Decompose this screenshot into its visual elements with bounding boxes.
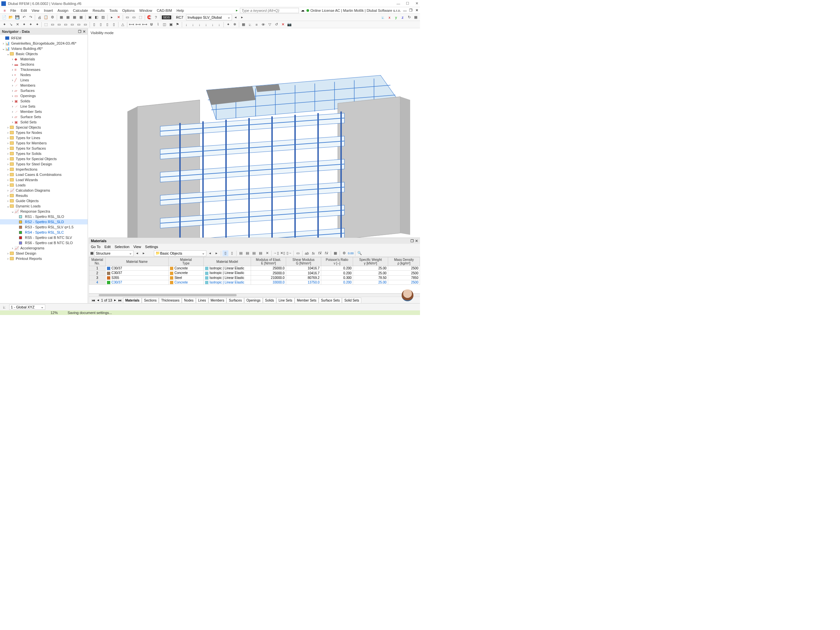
seis-badge[interactable]: SEIS xyxy=(162,16,171,19)
tree-loads[interactable]: ›Loads xyxy=(0,182,88,188)
t2-box-icon[interactable]: ◫ xyxy=(161,22,167,28)
shade-icon[interactable]: ◧ xyxy=(93,14,99,21)
panel-float-icon[interactable]: ❐ xyxy=(78,30,81,34)
tab-openings[interactable]: Openings xyxy=(244,298,263,303)
logo-icon[interactable]: ≡ xyxy=(1,8,8,13)
tab-solids[interactable]: Solids xyxy=(263,298,276,303)
t2-snow-icon[interactable]: ❄ xyxy=(232,22,238,28)
tree-volano-building-rf6-[interactable]: ⌄📊Volano Building.rf6* xyxy=(0,46,88,51)
t2-dim-icon[interactable]: ⟷ xyxy=(129,22,134,28)
panel-menu-settings[interactable]: Settings xyxy=(145,245,158,249)
tree-steel-design[interactable]: ›Steel Design xyxy=(0,251,88,256)
t2-load1-icon[interactable]: ↓ xyxy=(183,22,189,28)
next2-icon[interactable]: ▸ xyxy=(214,250,219,256)
tree-accelerograms[interactable]: ›📈Accelerograms xyxy=(0,245,88,251)
viewport[interactable]: Visibility mode xyxy=(88,28,420,303)
help-icon[interactable]: ? xyxy=(153,14,159,21)
tree-materials[interactable]: ›◆Materials xyxy=(0,57,88,62)
t2-dim2-icon[interactable]: ⟷ xyxy=(135,22,141,28)
menu-window[interactable]: Window xyxy=(137,8,155,13)
tab-surface-sets[interactable]: Surface Sets xyxy=(319,298,342,303)
axis-z-icon[interactable]: z xyxy=(399,14,406,21)
menu-assign[interactable]: Assign xyxy=(55,8,71,13)
tree-response-spectra[interactable]: ⌄📈Response Spectra xyxy=(0,209,88,214)
bp-row4-icon[interactable]: ▤ xyxy=(257,250,264,256)
next-icon[interactable]: ▸ xyxy=(239,14,245,21)
minimize-icon[interactable]: — xyxy=(396,2,400,6)
t2-10-icon[interactable]: ▭ xyxy=(63,22,69,28)
t2-04-icon[interactable]: ✦ xyxy=(21,22,27,28)
tree-load-cases-combinations[interactable]: ›Load Cases & Combinations xyxy=(0,172,88,177)
tree-types-for-members[interactable]: ›Types for Members xyxy=(0,141,88,146)
color-icon[interactable]: ▨ xyxy=(100,14,106,21)
t2-vis-icon[interactable]: 👁 xyxy=(260,22,266,28)
tree-types-for-special-objects[interactable]: ›Types for Special Objects xyxy=(0,156,88,161)
t2-07-icon[interactable]: ⬚ xyxy=(43,22,49,28)
bp-row3-icon[interactable]: ▤ xyxy=(251,250,257,256)
t2-prism-icon[interactable]: ▣ xyxy=(168,22,174,28)
axis-x-icon[interactable]: x xyxy=(387,14,392,21)
cancel-icon[interactable]: ✕ xyxy=(115,14,122,21)
menu-view[interactable]: View xyxy=(29,8,42,13)
redo-icon[interactable]: ↷ xyxy=(28,14,33,21)
tree-rs5-spettro-cat-b-ntc-slv[interactable]: RS5 - Spettro cat B NTC SLV xyxy=(0,235,88,240)
bp-sel1-icon[interactable]: ▯ xyxy=(223,250,228,256)
assistant-avatar[interactable] xyxy=(402,289,414,301)
panel-close-icon[interactable]: ✕ xyxy=(83,30,86,34)
bp-row2-icon[interactable]: ▤ xyxy=(245,250,250,256)
bp-imp2-icon[interactable]: ✕▯ xyxy=(279,250,286,256)
tree-load-wizards[interactable]: ›Load Wizards xyxy=(0,177,88,182)
prev-icon[interactable]: ◂ xyxy=(233,14,238,21)
magnet-icon[interactable]: 🧲 xyxy=(146,14,152,21)
tree-rfem[interactable]: RFEM xyxy=(0,35,88,41)
prev-page-icon[interactable]: ◂ xyxy=(97,298,99,302)
t2-load6-icon[interactable]: ↓ xyxy=(216,22,222,28)
tree-types-for-nodes[interactable]: ›Types for Nodes xyxy=(0,130,88,135)
t2-layers-icon[interactable]: ≡ xyxy=(254,22,259,28)
h-scrollbar[interactable] xyxy=(89,293,420,297)
structure-combo[interactable]: Structure⌄ xyxy=(94,250,134,256)
bp-imp1-icon[interactable]: →▯ xyxy=(273,250,279,256)
next-page-icon[interactable]: ▸ xyxy=(114,298,116,302)
tree-types-for-surfaces[interactable]: ›Types for Surfaces xyxy=(0,146,88,151)
menu-help[interactable]: Help xyxy=(174,8,186,13)
bp-calc-icon[interactable]: ▦ xyxy=(332,250,338,256)
t2-12-icon[interactable]: ▭ xyxy=(76,22,82,28)
maximize-icon[interactable]: ☐ xyxy=(406,1,409,6)
doc-restore-icon[interactable]: ❐ xyxy=(409,8,413,13)
tree-basic-objects[interactable]: ⌄Basic Objects xyxy=(0,51,88,57)
tree-thicknesses[interactable]: ›≡Thicknesses xyxy=(0,67,88,72)
tab-member-sets[interactable]: Member Sets xyxy=(295,298,319,303)
tree-types-for-lines[interactable]: ›Types for Lines xyxy=(0,135,88,141)
tab-surfaces[interactable]: Surfaces xyxy=(226,298,244,303)
t2-06-icon[interactable]: ✦ xyxy=(34,22,40,28)
t2-08-icon[interactable]: ▭ xyxy=(49,22,55,28)
keyword-input[interactable] xyxy=(240,8,299,13)
print-icon[interactable]: 🖨 xyxy=(36,14,42,21)
prev2-icon[interactable]: ◂ xyxy=(207,250,213,256)
tree-solid-sets[interactable]: ›▣Solid Sets xyxy=(0,120,88,125)
menu-tools[interactable]: Tools xyxy=(107,8,120,13)
tab-members[interactable]: Members xyxy=(208,298,227,303)
panel-menu-edit[interactable]: Edit xyxy=(104,245,111,249)
t2-02-icon[interactable]: ↘ xyxy=(8,22,14,28)
tree-results[interactable]: ›Results xyxy=(0,193,88,198)
tool-a-icon[interactable]: ▭ xyxy=(124,14,130,21)
t2-11-icon[interactable]: ▭ xyxy=(69,22,75,28)
t2-dim3-icon[interactable]: ⟷ xyxy=(142,22,148,28)
tree-surface-sets[interactable]: ›▱Surface Sets xyxy=(0,114,88,120)
panel-close-icon[interactable]: ✕ xyxy=(415,239,418,243)
t2-load5-icon[interactable]: ↓ xyxy=(210,22,216,28)
bp-fx1-icon[interactable]: ab xyxy=(304,250,310,256)
materials-table[interactable]: MaterialNo.Material NameMaterialTypeMate… xyxy=(89,257,420,293)
settings-icon[interactable]: ⚙ xyxy=(49,14,55,21)
play-icon[interactable]: ▸ xyxy=(236,8,238,13)
new-icon[interactable]: 📄 xyxy=(1,14,7,21)
open-icon[interactable]: 📂 xyxy=(8,14,14,21)
bp-sel2-icon[interactable]: ▯ xyxy=(229,250,235,256)
menu-edit[interactable]: Edit xyxy=(18,8,29,13)
tree-members[interactable]: ›⟋Members xyxy=(0,83,88,88)
bp-dec-icon[interactable]: 0.00 xyxy=(348,250,354,256)
tool-b-icon[interactable]: ▭ xyxy=(131,14,137,21)
tab-nodes[interactable]: Nodes xyxy=(182,298,196,303)
